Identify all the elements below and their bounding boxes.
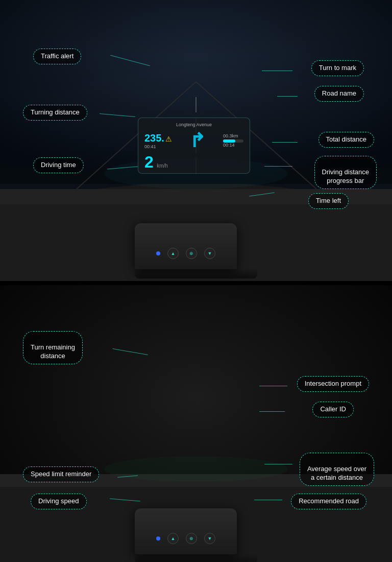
section-divider [0,281,392,285]
device-2-btn-down[interactable]: ▼ [204,533,215,544]
label-caller-id: Caller ID [312,402,354,417]
label-total-distance: Total distance [318,132,375,148]
label-driving-speed: Driving speed [31,494,87,509]
label-recommended-road: Recommended road [291,494,366,509]
device-btn-up[interactable]: ▲ [167,248,179,259]
hud-turn-arrow: ↱ [189,129,206,152]
device-2-blue-dot [156,536,160,541]
label-road-name: Road name [314,86,364,102]
connector-road [277,96,298,97]
hud-time2: 00:14 [223,143,243,148]
hud-display-1: Longteng Avenue 235. ⚠ 00:41 ↱ 00.3km 00… [138,118,250,174]
label-driving-time: Driving time [33,157,84,173]
label-speed-limit: Speed limit reminder [23,466,99,482]
conn-intersection [259,386,287,386]
section-2: 🔔 Mr.Lee 00.0 km 20 🅿 🔄🔕 900.0km 00.0 [0,285,392,562]
conn-recommended [254,500,282,500]
device-base-2 [135,554,257,562]
label-traffic-alert: Traffic alert [33,49,81,64]
hud-speed-unit: km/h [157,163,168,169]
hud-time1: 00:41 [144,144,172,149]
hud-warning-icon: ⚠ [165,135,172,143]
hud-distance: 235. [144,132,164,144]
device-base-1 [135,269,257,278]
connector-progress [264,166,292,167]
device-blue-dot [156,251,160,255]
connector-total-dist [272,142,298,143]
device-buttons-2: ▲ ⊕ ▼ [156,533,215,544]
hud-road-name: Longteng Avenue [144,122,243,127]
device-buttons-1: ▲ ⊕ ▼ [156,248,215,259]
svg-point-15 [104,456,288,482]
label-average-speed: Average speed over a certain distance [300,453,374,486]
device-btn-center[interactable]: ⊕ [186,248,197,259]
label-turn-remaining: Turn remaining distance [23,331,83,364]
label-turning-distance: Turning distance [23,105,87,121]
hud-speed: 2 [144,153,154,171]
label-intersection: Intersection prompt [297,376,369,392]
device-2-btn-center[interactable]: ⊕ [186,533,197,544]
conn-caller [259,411,285,412]
label-time-left: Time left [308,193,349,209]
connector-turn [262,71,292,71]
conn-avg-speed [264,464,292,464]
label-turn-to-mark: Turn to mark [311,60,364,76]
device-body-1: ▲ ⊕ ▼ [135,223,237,269]
label-progress-bar: Driving distance progress bar [314,156,377,189]
device-2: ▲ ⊕ ▼ [135,508,257,562]
device-btn-down[interactable]: ▼ [204,248,215,259]
device-2-btn-up[interactable]: ▲ [167,533,179,544]
device-1: ▲ ⊕ ▼ [135,223,257,278]
hud-small-dist: 00.3km [223,133,243,138]
device-body-2: ▲ ⊕ ▼ [135,508,237,554]
section-1: Longteng Avenue 235. ⚠ 00:41 ↱ 00.3km 00… [0,0,392,281]
